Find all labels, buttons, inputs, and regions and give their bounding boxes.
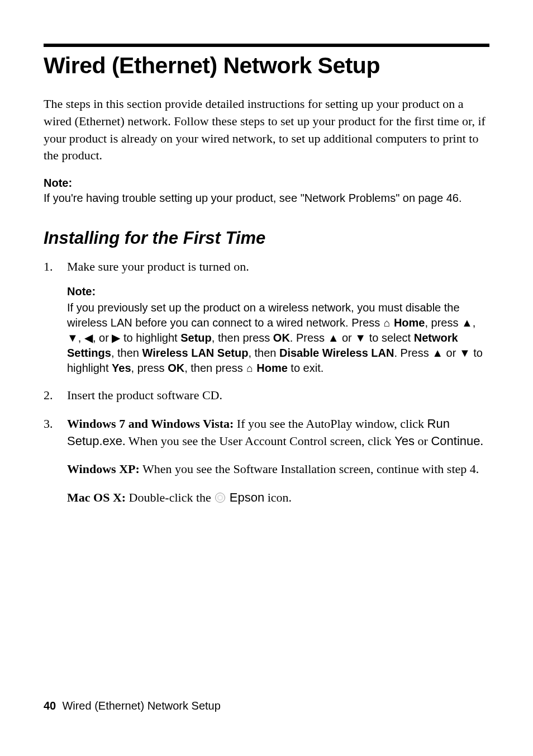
ok-label-2: OK — [168, 362, 184, 374]
step-2-text: Insert the product software CD. — [67, 387, 489, 404]
page-title: Wired (Ethernet) Network Setup — [44, 53, 489, 79]
win7-text4: . — [480, 434, 484, 448]
ok-label-1: OK — [273, 332, 290, 344]
mac-text2: icon. — [264, 490, 292, 504]
subnote-mid2: , then press — [212, 332, 273, 344]
yes-btn-label: Yes — [394, 434, 415, 448]
win7-text2: . When you see the User Account Control … — [122, 434, 394, 448]
win7-text3: or — [415, 434, 431, 448]
setup-label: Setup — [180, 332, 212, 344]
intro-paragraph: The steps in this section provide detail… — [44, 96, 489, 164]
subnote-end: to exit. — [288, 362, 323, 374]
yes-label: Yes — [112, 362, 131, 374]
mac-text1: Double-click the — [126, 490, 214, 504]
page-footer: 40 Wired (Ethernet) Network Setup — [44, 700, 221, 712]
step-3-body: Windows 7 and Windows Vista: If you see … — [67, 415, 489, 507]
note-text: If you're having trouble setting up your… — [44, 191, 489, 206]
step-1-text: Make sure your product is turned on. — [67, 258, 489, 276]
home-label-2: Home — [256, 362, 288, 374]
note-heading: Note: — [44, 177, 489, 190]
mac-label: Mac OS X: — [67, 490, 126, 504]
step-3-mac: Mac OS X: Double-click the Epson icon. — [67, 489, 489, 507]
disable-wlan-label: Disable Wireless LAN — [279, 347, 394, 359]
step-3: Windows 7 and Windows Vista: If you see … — [44, 415, 489, 507]
top-rule — [44, 44, 489, 47]
step-1: Make sure your product is turned on. Not… — [44, 258, 489, 376]
home-icon: ⌂ — [384, 316, 390, 330]
footer-title: Wired (Ethernet) Network Setup — [62, 700, 220, 712]
home-label: Home — [394, 316, 425, 329]
xp-label: Windows XP: — [67, 462, 140, 476]
step-3-xp: Windows XP: When you see the Software In… — [67, 461, 489, 478]
epson-label: Epson — [230, 490, 264, 504]
wlan-setup-label: Wireless LAN Setup — [142, 347, 249, 359]
steps-list: Make sure your product is turned on. Not… — [44, 258, 489, 507]
step-2: Insert the product software CD. — [44, 387, 489, 404]
step-1-note: Note: If you previously set up the produ… — [67, 284, 489, 376]
step-1-note-heading: Note: — [67, 284, 489, 299]
disc-icon — [215, 493, 225, 503]
section-title: Installing for the First Time — [44, 228, 489, 248]
home-icon: ⌂ — [246, 361, 253, 376]
step-3-win7: Windows 7 and Windows Vista: If you see … — [67, 415, 489, 450]
xp-text: When you see the Software Installation s… — [140, 462, 479, 476]
step-1-note-text: If you previously set up the product on … — [67, 300, 489, 376]
subnote-mid5: , then — [248, 347, 279, 359]
win7-text1: If you see the AutoPlay window, click — [234, 417, 427, 431]
subnote-mid4: , then — [111, 347, 142, 359]
continue-btn-label: Continue — [431, 434, 480, 448]
win7-label: Windows 7 and Windows Vista: — [67, 417, 234, 431]
subnote-mid8: , then press — [184, 362, 246, 374]
subnote-mid7: , press — [131, 362, 168, 374]
subnote-mid3: . Press ▲ or ▼ to select — [290, 332, 414, 344]
page-number: 40 — [44, 700, 56, 712]
